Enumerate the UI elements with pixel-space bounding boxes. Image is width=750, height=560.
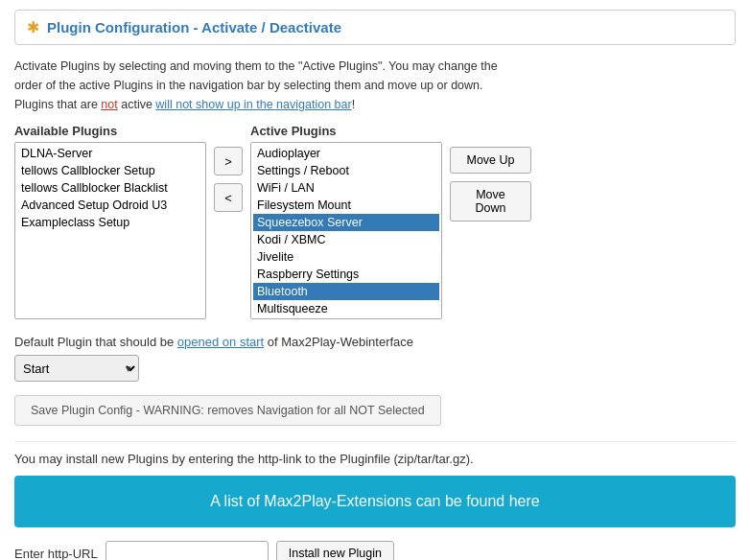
http-url-input[interactable] bbox=[105, 541, 269, 560]
available-plugins-container: Available Plugins DLNA-Server tellows Ca… bbox=[14, 124, 206, 319]
arrow-buttons-container: > < bbox=[214, 147, 243, 212]
desc-not: not bbox=[101, 98, 117, 111]
desc-line3-part2: active bbox=[118, 98, 156, 111]
default-label-part2: of Max2Play-Webinterface bbox=[264, 335, 413, 349]
http-url-row: Enter http-URL Install new Plugin bbox=[14, 541, 736, 560]
active-plugins-label: Active Plugins bbox=[250, 124, 442, 138]
save-config-container: Save Plugin Config - WARNING: removes Na… bbox=[14, 395, 736, 426]
install-desc-text: You may install new Plugins by entering … bbox=[14, 452, 474, 466]
plugins-section: Available Plugins DLNA-Server tellows Ca… bbox=[14, 124, 736, 319]
gear-icon: ✱ bbox=[27, 18, 39, 36]
default-label-highlight: opened on start bbox=[177, 335, 264, 349]
desc-excl: ! bbox=[352, 98, 355, 111]
install-plugin-button[interactable]: Install new Plugin bbox=[276, 541, 394, 560]
move-left-button[interactable]: < bbox=[214, 183, 243, 212]
available-plugins-label: Available Plugins bbox=[14, 124, 206, 138]
desc-will-not: will not show up in the navigation bar bbox=[155, 98, 351, 111]
http-url-label: Enter http-URL bbox=[14, 547, 98, 561]
active-plugins-list[interactable]: Audioplayer Settings / Reboot WiFi / LAN… bbox=[250, 142, 442, 319]
install-description: You may install new Plugins by entering … bbox=[14, 452, 736, 466]
default-plugin-section: Default Plugin that should be opened on … bbox=[14, 335, 736, 382]
move-up-button[interactable]: Move Up bbox=[450, 147, 531, 174]
default-plugin-select-row: Start Audioplayer Settings / Reboot WiFi… bbox=[14, 355, 736, 382]
default-label-part1: Default Plugin that should be bbox=[14, 335, 177, 349]
panel-title: Plugin Configuration - Activate / Deacti… bbox=[47, 19, 341, 35]
desc-line2: order of the active Plugins in the navig… bbox=[14, 79, 482, 92]
move-right-button[interactable]: > bbox=[214, 147, 243, 175]
default-plugin-dropdown[interactable]: Start Audioplayer Settings / Reboot WiFi… bbox=[14, 355, 139, 382]
extensions-link-button[interactable]: A list of Max2Play-Extensions can be fou… bbox=[14, 476, 736, 527]
install-section: You may install new Plugins by entering … bbox=[14, 452, 736, 560]
active-plugins-container: Active Plugins Audioplayer Settings / Re… bbox=[250, 124, 442, 319]
available-plugins-list[interactable]: DLNA-Server tellows Callblocker Setup te… bbox=[14, 142, 206, 319]
panel-header: ✱ Plugin Configuration - Activate / Deac… bbox=[14, 10, 736, 45]
move-buttons-container: Move Up Move Down bbox=[450, 147, 531, 222]
desc-line3-part1: Plugins that are bbox=[14, 98, 101, 111]
description-text: Activate Plugins by selecting and moving… bbox=[14, 57, 736, 114]
desc-line1: Activate Plugins by selecting and moving… bbox=[14, 59, 498, 73]
save-config-button[interactable]: Save Plugin Config - WARNING: removes Na… bbox=[14, 395, 441, 426]
default-plugin-label: Default Plugin that should be opened on … bbox=[14, 335, 736, 349]
move-down-button[interactable]: Move Down bbox=[450, 181, 531, 222]
